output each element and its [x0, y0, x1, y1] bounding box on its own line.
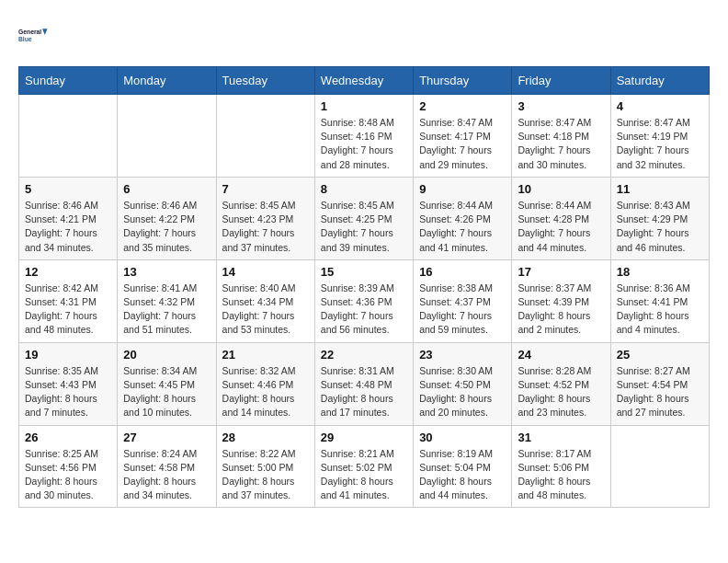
- calendar-table: SundayMondayTuesdayWednesdayThursdayFrid…: [18, 66, 710, 508]
- day-number: 15: [321, 265, 407, 279]
- week-row-4: 19Sunrise: 8:35 AM Sunset: 4:43 PM Dayli…: [19, 342, 710, 425]
- day-number: 23: [419, 348, 506, 362]
- day-number: 4: [617, 99, 703, 113]
- day-cell: 16Sunrise: 8:38 AM Sunset: 4:37 PM Dayli…: [414, 259, 512, 342]
- day-cell: 24Sunrise: 8:28 AM Sunset: 4:52 PM Dayli…: [512, 342, 610, 425]
- day-number: 24: [518, 348, 604, 362]
- day-detail: Sunrise: 8:45 AM Sunset: 4:23 PM Dayligh…: [222, 199, 309, 255]
- day-detail: Sunrise: 8:22 AM Sunset: 5:00 PM Dayligh…: [222, 447, 309, 503]
- day-detail: Sunrise: 8:42 AM Sunset: 4:31 PM Dayligh…: [25, 282, 111, 338]
- day-cell: 31Sunrise: 8:17 AM Sunset: 5:06 PM Dayli…: [512, 425, 610, 508]
- day-number: 29: [321, 431, 407, 444]
- day-number: 17: [518, 265, 604, 279]
- day-detail: Sunrise: 8:31 AM Sunset: 4:48 PM Dayligh…: [321, 364, 407, 420]
- day-cell: 10Sunrise: 8:44 AM Sunset: 4:28 PM Dayli…: [512, 177, 610, 259]
- week-row-5: 26Sunrise: 8:25 AM Sunset: 4:56 PM Dayli…: [19, 425, 710, 508]
- day-number: 21: [222, 348, 309, 362]
- day-number: 8: [321, 182, 407, 196]
- header-cell-saturday: Saturday: [610, 67, 709, 95]
- day-cell: 4Sunrise: 8:47 AM Sunset: 4:19 PM Daylig…: [610, 95, 709, 178]
- day-cell: 30Sunrise: 8:19 AM Sunset: 5:04 PM Dayli…: [414, 425, 512, 508]
- day-detail: Sunrise: 8:36 AM Sunset: 4:41 PM Dayligh…: [617, 282, 703, 338]
- day-detail: Sunrise: 8:47 AM Sunset: 4:19 PM Dayligh…: [617, 116, 703, 172]
- day-detail: Sunrise: 8:27 AM Sunset: 4:54 PM Dayligh…: [617, 364, 703, 420]
- day-detail: Sunrise: 8:32 AM Sunset: 4:46 PM Dayligh…: [222, 364, 309, 420]
- day-number: 11: [617, 182, 703, 196]
- header-cell-thursday: Thursday: [414, 67, 512, 95]
- day-cell: 21Sunrise: 8:32 AM Sunset: 4:46 PM Dayli…: [216, 342, 314, 425]
- day-detail: Sunrise: 8:46 AM Sunset: 4:21 PM Dayligh…: [25, 199, 111, 255]
- day-number: 14: [222, 265, 309, 279]
- day-number: 31: [518, 431, 604, 444]
- header-cell-wednesday: Wednesday: [314, 67, 413, 95]
- day-detail: Sunrise: 8:44 AM Sunset: 4:26 PM Dayligh…: [419, 199, 506, 255]
- svg-text:General: General: [18, 29, 41, 35]
- svg-text:Blue: Blue: [18, 36, 32, 42]
- day-detail: Sunrise: 8:37 AM Sunset: 4:39 PM Dayligh…: [518, 282, 604, 338]
- day-cell: 26Sunrise: 8:25 AM Sunset: 4:56 PM Dayli…: [19, 425, 118, 508]
- day-detail: Sunrise: 8:17 AM Sunset: 5:06 PM Dayligh…: [518, 447, 604, 503]
- day-cell: [216, 95, 314, 178]
- day-number: 1: [321, 99, 407, 113]
- day-detail: Sunrise: 8:38 AM Sunset: 4:37 PM Dayligh…: [419, 282, 506, 338]
- day-cell: [118, 95, 216, 178]
- day-detail: Sunrise: 8:43 AM Sunset: 4:29 PM Dayligh…: [617, 199, 703, 255]
- day-number: 27: [123, 431, 210, 444]
- day-cell: 2Sunrise: 8:47 AM Sunset: 4:17 PM Daylig…: [414, 95, 512, 178]
- day-cell: 28Sunrise: 8:22 AM Sunset: 5:00 PM Dayli…: [216, 425, 314, 508]
- day-detail: Sunrise: 8:25 AM Sunset: 4:56 PM Dayligh…: [25, 447, 111, 503]
- day-cell: 18Sunrise: 8:36 AM Sunset: 4:41 PM Dayli…: [610, 259, 709, 342]
- day-detail: Sunrise: 8:28 AM Sunset: 4:52 PM Dayligh…: [518, 364, 604, 420]
- day-detail: Sunrise: 8:41 AM Sunset: 4:32 PM Dayligh…: [123, 282, 210, 338]
- header-cell-sunday: Sunday: [19, 67, 118, 95]
- day-cell: 15Sunrise: 8:39 AM Sunset: 4:36 PM Dayli…: [314, 259, 413, 342]
- day-cell: 17Sunrise: 8:37 AM Sunset: 4:39 PM Dayli…: [512, 259, 610, 342]
- day-number: 2: [419, 99, 506, 113]
- day-number: 18: [617, 265, 703, 279]
- day-cell: 20Sunrise: 8:34 AM Sunset: 4:45 PM Dayli…: [118, 342, 216, 425]
- header-row: SundayMondayTuesdayWednesdayThursdayFrid…: [19, 67, 710, 95]
- day-detail: Sunrise: 8:44 AM Sunset: 4:28 PM Dayligh…: [518, 199, 604, 255]
- day-detail: Sunrise: 8:19 AM Sunset: 5:04 PM Dayligh…: [419, 447, 506, 503]
- day-number: 6: [123, 182, 210, 196]
- day-number: 7: [222, 182, 309, 196]
- day-number: 3: [518, 99, 604, 113]
- day-detail: Sunrise: 8:47 AM Sunset: 4:18 PM Dayligh…: [518, 116, 604, 172]
- day-cell: 13Sunrise: 8:41 AM Sunset: 4:32 PM Dayli…: [118, 259, 216, 342]
- day-cell: 19Sunrise: 8:35 AM Sunset: 4:43 PM Dayli…: [19, 342, 118, 425]
- day-detail: Sunrise: 8:45 AM Sunset: 4:25 PM Dayligh…: [321, 199, 407, 255]
- day-cell: 3Sunrise: 8:47 AM Sunset: 4:18 PM Daylig…: [512, 95, 610, 178]
- day-cell: [19, 95, 118, 178]
- day-detail: Sunrise: 8:47 AM Sunset: 4:17 PM Dayligh…: [419, 116, 506, 172]
- day-cell: 5Sunrise: 8:46 AM Sunset: 4:21 PM Daylig…: [19, 177, 118, 259]
- day-cell: 11Sunrise: 8:43 AM Sunset: 4:29 PM Dayli…: [610, 177, 709, 259]
- day-cell: 1Sunrise: 8:48 AM Sunset: 4:16 PM Daylig…: [314, 95, 413, 178]
- logo: GeneralBlue: [18, 18, 51, 52]
- day-cell: 6Sunrise: 8:46 AM Sunset: 4:22 PM Daylig…: [118, 177, 216, 259]
- day-number: 19: [25, 348, 111, 362]
- week-row-1: 1Sunrise: 8:48 AM Sunset: 4:16 PM Daylig…: [19, 95, 710, 178]
- header-cell-monday: Monday: [118, 67, 216, 95]
- day-number: 25: [617, 348, 703, 362]
- day-number: 30: [419, 431, 506, 444]
- day-number: 20: [123, 348, 210, 362]
- header-cell-friday: Friday: [512, 67, 610, 95]
- page-header: GeneralBlue: [18, 18, 710, 52]
- day-cell: 22Sunrise: 8:31 AM Sunset: 4:48 PM Dayli…: [314, 342, 413, 425]
- day-detail: Sunrise: 8:40 AM Sunset: 4:34 PM Dayligh…: [222, 282, 309, 338]
- day-number: 13: [123, 265, 210, 279]
- day-detail: Sunrise: 8:30 AM Sunset: 4:50 PM Dayligh…: [419, 364, 506, 420]
- day-number: 16: [419, 265, 506, 279]
- day-detail: Sunrise: 8:21 AM Sunset: 5:02 PM Dayligh…: [321, 447, 407, 503]
- day-detail: Sunrise: 8:48 AM Sunset: 4:16 PM Dayligh…: [321, 116, 407, 172]
- day-number: 28: [222, 431, 309, 444]
- day-cell: 23Sunrise: 8:30 AM Sunset: 4:50 PM Dayli…: [414, 342, 512, 425]
- day-number: 9: [419, 182, 506, 196]
- day-detail: Sunrise: 8:34 AM Sunset: 4:45 PM Dayligh…: [123, 364, 210, 420]
- day-cell: 8Sunrise: 8:45 AM Sunset: 4:25 PM Daylig…: [314, 177, 413, 259]
- day-detail: Sunrise: 8:35 AM Sunset: 4:43 PM Dayligh…: [25, 364, 111, 420]
- day-number: 22: [321, 348, 407, 362]
- day-cell: 7Sunrise: 8:45 AM Sunset: 4:23 PM Daylig…: [216, 177, 314, 259]
- day-cell: [610, 425, 709, 508]
- week-row-2: 5Sunrise: 8:46 AM Sunset: 4:21 PM Daylig…: [19, 177, 710, 259]
